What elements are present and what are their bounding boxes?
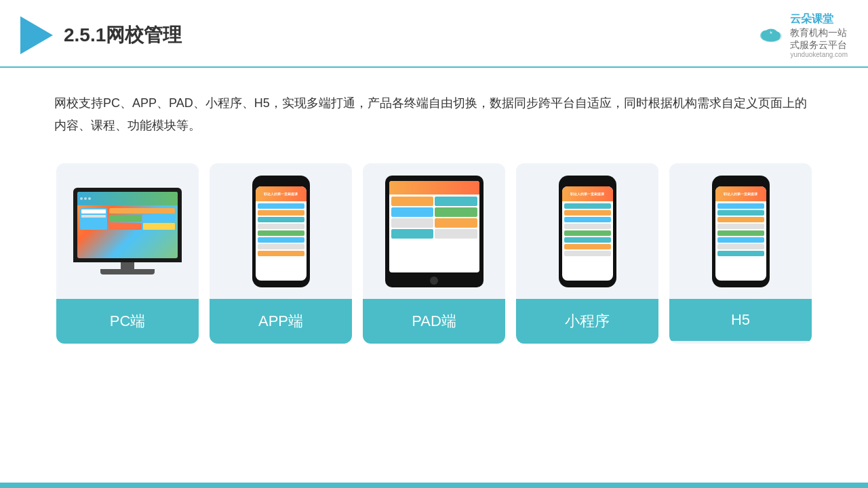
description-text: 网校支持PC、APP、PAD、小程序、H5，实现多端打通，产品各终端自由切换，数… xyxy=(0,68,868,150)
phone-notch-2 xyxy=(578,178,597,182)
header: 2.5.1网校管理 云朵课堂 教育机构一站式服务云平台 yunduoketang… xyxy=(0,0,868,68)
cards-container: PC端 职达人的第一堂刷提课 xyxy=(0,150,868,364)
pc-mockup xyxy=(73,188,182,274)
page-title: 2.5.1网校管理 xyxy=(64,22,182,48)
card-pc-image xyxy=(56,163,199,299)
card-pc: PC端 xyxy=(56,163,199,344)
phone-screen-header-2: 职达人的第一堂刷提课 xyxy=(562,186,613,201)
card-app: 职达人的第一堂刷提课 APP端 xyxy=(210,163,352,344)
card-app-label: APP端 xyxy=(210,299,352,344)
card-miniprogram: 职达人的第一堂刷提课 小程序 xyxy=(516,163,658,344)
phone-screen-3: 职达人的第一堂刷提课 xyxy=(715,186,766,281)
phone-screen-body-3 xyxy=(715,201,766,260)
brand-url: yunduoketang.com xyxy=(790,51,848,58)
phone-screen-header: 职达人的第一堂刷提课 xyxy=(256,186,307,201)
logo-triangle-icon xyxy=(20,16,53,54)
pc-base xyxy=(100,269,155,274)
brand-name: 云朵课堂 xyxy=(790,12,848,26)
card-pc-label: PC端 xyxy=(56,299,199,344)
phone-screen-body-2 xyxy=(562,201,613,260)
card-app-image: 职达人的第一堂刷提课 xyxy=(210,163,352,299)
header-left: 2.5.1网校管理 xyxy=(20,16,182,54)
brand-logo: 云朵课堂 教育机构一站式服务云平台 yunduoketang.com xyxy=(756,12,848,58)
miniprogram-phone-mockup: 职达人的第一堂刷提课 xyxy=(559,176,616,287)
header-right: 云朵课堂 教育机构一站式服务云平台 yunduoketang.com xyxy=(756,12,848,58)
card-h5-image: 职达人的第一堂刷提课 xyxy=(669,163,812,299)
phone-screen-body xyxy=(256,201,307,260)
phone-screen-2: 职达人的第一堂刷提课 xyxy=(562,186,613,281)
cloud-icon xyxy=(756,25,786,45)
h5-phone-mockup: 职达人的第一堂刷提课 xyxy=(712,176,770,287)
svg-point-6 xyxy=(762,33,780,42)
pc-neck xyxy=(121,262,134,269)
pc-monitor xyxy=(73,188,182,262)
tablet-home-button xyxy=(430,277,438,285)
phone-notch xyxy=(271,178,290,182)
card-h5: 职达人的第一堂刷提课 H5 xyxy=(669,163,812,344)
tablet-screen-body xyxy=(389,195,479,241)
app-phone-mockup: 职达人的第一堂刷提课 xyxy=(252,176,310,287)
phone-screen: 职达人的第一堂刷提课 xyxy=(256,186,307,281)
tablet-screen-header xyxy=(389,181,479,195)
brand-tagline: 教育机构一站式服务云平台 xyxy=(790,26,848,51)
description-content: 网校支持PC、APP、PAD、小程序、H5，实现多端打通，产品各终端自由切换，数… xyxy=(54,96,807,131)
phone-notch-3 xyxy=(731,178,750,182)
card-miniprogram-label: 小程序 xyxy=(516,299,658,344)
card-pad-label: PAD端 xyxy=(363,299,505,344)
card-miniprogram-image: 职达人的第一堂刷提课 xyxy=(516,163,658,299)
tablet-mockup xyxy=(385,176,484,287)
pc-screen xyxy=(77,192,178,258)
bottom-bar xyxy=(0,483,868,488)
card-pad-image xyxy=(363,163,505,299)
card-h5-label: H5 xyxy=(669,299,812,341)
brand-info: 云朵课堂 教育机构一站式服务云平台 yunduoketang.com xyxy=(790,12,848,58)
tablet-screen xyxy=(389,181,479,272)
phone-screen-header-3: 职达人的第一堂刷提课 xyxy=(715,186,766,201)
card-pad: PAD端 xyxy=(363,163,505,344)
